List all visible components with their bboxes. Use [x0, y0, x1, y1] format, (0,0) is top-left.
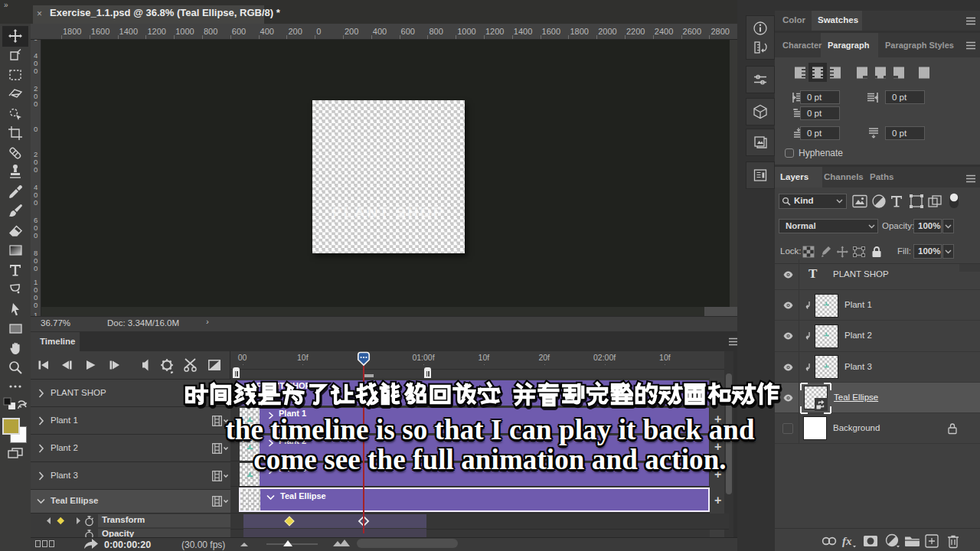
svg-text:fx: fx [842, 535, 852, 547]
